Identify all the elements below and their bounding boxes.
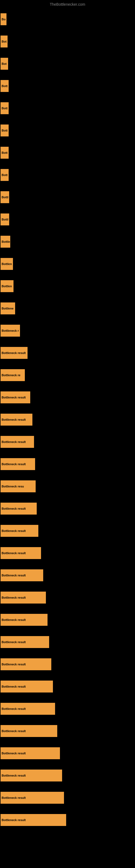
bar-item: Bottleneck result xyxy=(1,725,57,737)
bar-row: Bot xyxy=(1,30,135,53)
bar-label: Bottlene xyxy=(2,307,13,310)
bar-item: Bottleneck result xyxy=(1,814,66,826)
bar-row: Bottleneck resu xyxy=(1,475,135,497)
bar-item: Bottlene xyxy=(1,303,15,314)
bar-label: Bott xyxy=(2,129,8,132)
bar-row: Bott xyxy=(1,97,135,119)
bar-item: Bottleneck result xyxy=(1,703,55,715)
bars-container: BoBotBotBottBottBottBottBottBottlBottlBo… xyxy=(0,8,135,831)
bar-label: Bottlen xyxy=(2,262,12,266)
bar-row: Bottl xyxy=(1,208,135,230)
bar-label: Bottleneck result xyxy=(2,596,26,599)
bar-label: Bottleneck result xyxy=(2,685,26,688)
bar-item: Bo xyxy=(1,13,6,25)
bar-row: Bottleneck result xyxy=(1,520,135,542)
bar-row: Bottleneck result xyxy=(1,742,135,764)
bar-row: Bottleneck result xyxy=(1,631,135,653)
bar-item: Bottleneck result xyxy=(1,392,30,403)
bar-row: Bottlen xyxy=(1,253,135,275)
bar-row: Bottleneck result xyxy=(1,386,135,408)
bar-label: Bottleneck result xyxy=(2,418,26,421)
bar-item: Bottle xyxy=(1,236,10,248)
bar-item: Bottleneck result xyxy=(1,347,28,359)
bar-row: Bottleneck result xyxy=(1,698,135,720)
bar-label: Bottleneck result xyxy=(2,396,26,399)
bar-item: Bottleneck resu xyxy=(1,480,36,492)
bar-label: Bottleneck result xyxy=(2,663,26,666)
bar-row: Bottleneck re xyxy=(1,364,135,386)
bar-row: Bottleneck result xyxy=(1,586,135,609)
bar-label: Bottleneck result xyxy=(2,752,26,755)
bar-row: Bottleneck result xyxy=(1,408,135,431)
bar-row: Bottleneck result xyxy=(1,720,135,742)
bar-row: Bottleneck result xyxy=(1,342,135,364)
bar-item: Bottleneck result xyxy=(1,747,60,759)
bar-label: Bottleneck result xyxy=(2,730,26,733)
bar-row: Bottleneck result xyxy=(1,609,135,631)
bar-row: Bot xyxy=(1,53,135,75)
bar-row: Bottleneck result xyxy=(1,675,135,698)
bar-item: Bott xyxy=(1,80,9,92)
bar-label: Bot xyxy=(2,40,6,43)
bar-item: Bottleneck r xyxy=(1,325,20,337)
bar-item: Bottleneck result xyxy=(1,592,46,603)
bar-label: Bott xyxy=(2,173,8,177)
bar-item: Bottleneck result xyxy=(1,658,51,670)
bar-row: Bottleneck result xyxy=(1,653,135,675)
bar-label: Bottlen xyxy=(2,284,12,288)
bar-row: Bottle xyxy=(1,230,135,253)
bar-item: Bot xyxy=(1,58,8,70)
bar-item: Bott xyxy=(1,124,9,136)
bar-row: Bottleneck result xyxy=(1,786,135,809)
bar-row: Bottlene xyxy=(1,297,135,319)
bar-label: Bottleneck result xyxy=(2,463,26,466)
bar-label: Bottleneck result xyxy=(2,529,26,532)
bar-label: Bottleneck result xyxy=(2,774,26,777)
bar-label: Bottleneck result xyxy=(2,796,26,799)
bar-item: Bott xyxy=(1,147,9,159)
bar-row: Bott xyxy=(1,75,135,97)
bar-label: Bottleneck resu xyxy=(2,485,24,488)
bar-label: Bottleneck result xyxy=(2,641,26,644)
bar-label: Bottleneck result xyxy=(2,507,26,510)
bar-row: Bottleneck result xyxy=(1,564,135,586)
bar-item: Bottleneck result xyxy=(1,547,41,559)
bar-row: Bottlen xyxy=(1,275,135,297)
bar-item: Bottl xyxy=(1,191,9,203)
bar-label: Bottleneck result xyxy=(2,707,26,710)
bar-item: Bott xyxy=(1,169,9,181)
bar-row: Bottleneck result xyxy=(1,764,135,786)
bar-label: Bottleneck result xyxy=(2,574,26,577)
bar-row: Bottleneck result xyxy=(1,431,135,453)
bar-item: Bottleneck result xyxy=(1,636,49,648)
bar-item: Bottleneck result xyxy=(1,569,43,581)
bar-label: Bottl xyxy=(2,195,8,199)
bar-item: Bottleneck result xyxy=(1,525,38,537)
bar-label: Bottleneck result xyxy=(2,440,26,443)
bar-item: Bottleneck re xyxy=(1,369,25,381)
bar-row: Bo xyxy=(1,8,135,30)
bar-row: Bottleneck result xyxy=(1,497,135,520)
bar-item: Bottleneck result xyxy=(1,792,64,804)
bar-row: Bottleneck r xyxy=(1,319,135,342)
bar-row: Bottl xyxy=(1,186,135,208)
bar-label: Bottleneck result xyxy=(2,818,26,822)
bar-row: Bottleneck result xyxy=(1,542,135,564)
bar-item: Bottleneck result xyxy=(1,436,34,448)
bar-item: Bottleneck result xyxy=(1,681,53,692)
bar-row: Bott xyxy=(1,164,135,186)
bar-label: Bott xyxy=(2,106,8,110)
bar-label: Bottl xyxy=(2,218,8,221)
bar-label: Bo xyxy=(2,18,6,21)
bar-label: Bott xyxy=(2,151,8,154)
bar-item: Bottleneck result xyxy=(1,458,35,470)
bar-item: Bottlen xyxy=(1,280,13,292)
bar-item: Bottleneck result xyxy=(1,614,48,626)
bar-label: Bottleneck result xyxy=(2,552,26,555)
bar-item: Bottl xyxy=(1,214,9,225)
bar-row: Bottleneck result xyxy=(1,809,135,831)
bar-label: Bottle xyxy=(2,240,10,243)
bar-item: Bottleneck result xyxy=(1,770,62,781)
bar-label: Bott xyxy=(2,84,8,88)
bar-row: Bott xyxy=(1,142,135,164)
